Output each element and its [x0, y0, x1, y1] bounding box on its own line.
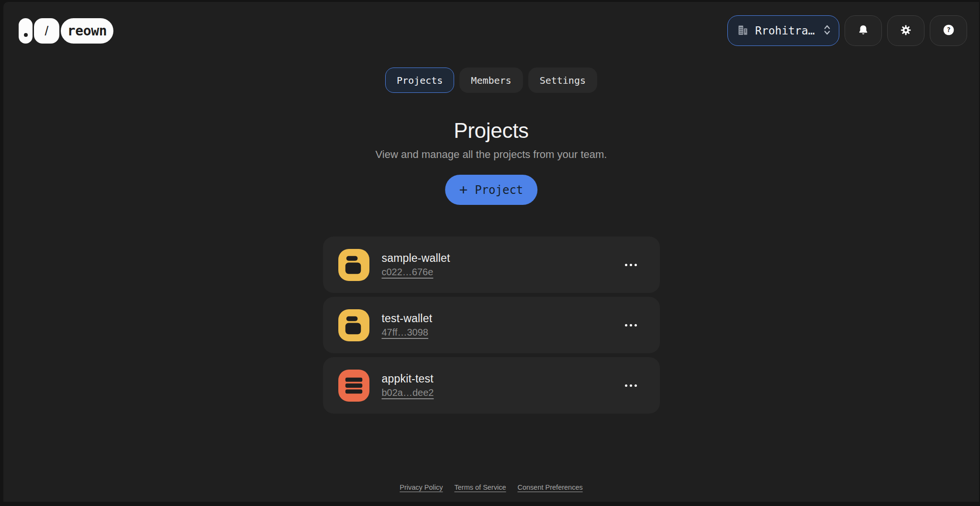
project-name: test-wallet	[382, 312, 433, 325]
tab-members[interactable]: Members	[459, 67, 523, 93]
ellipsis-icon	[625, 264, 627, 266]
org-name: Rrohitra…	[755, 24, 816, 37]
project-id-link[interactable]: 47ff…3098	[382, 327, 429, 338]
org-selector[interactable]: Rrohitra…	[727, 15, 839, 46]
svg-text:?: ?	[947, 26, 950, 34]
stack-icon	[338, 370, 369, 402]
ellipsis-icon	[625, 384, 627, 387]
new-project-label: Project	[475, 183, 523, 197]
help-icon: ?	[942, 23, 955, 38]
wallet-icon	[338, 309, 369, 341]
new-project-button[interactable]: + Project	[445, 175, 538, 205]
project-card[interactable]: appkit-test b02a…dee2	[323, 357, 660, 414]
project-id-link[interactable]: b02a…dee2	[382, 387, 434, 398]
chevron-updown-icon	[822, 23, 832, 38]
notifications-button[interactable]	[845, 15, 882, 46]
logo[interactable]: / reown	[19, 18, 113, 44]
building-icon	[736, 23, 749, 38]
project-menu-button[interactable]	[621, 381, 641, 391]
ellipsis-icon	[625, 324, 627, 326]
project-card[interactable]: test-wallet 47ff…3098	[323, 297, 660, 353]
project-list: sample-wallet c022…676e	[323, 236, 660, 414]
tab-settings[interactable]: Settings	[528, 67, 597, 93]
plus-icon: +	[459, 181, 468, 198]
terms-of-service-link[interactable]: Terms of Service	[455, 484, 506, 491]
project-id-link[interactable]: c022…676e	[382, 267, 434, 278]
bell-icon	[857, 24, 869, 38]
window-frame: / reown	[0, 0, 980, 506]
dot-icon	[24, 33, 28, 37]
page-title: Projects	[3, 119, 979, 143]
team-tabs: Projects Members Settings	[3, 67, 979, 93]
consent-preferences-link[interactable]: Consent Preferences	[518, 484, 583, 491]
project-menu-button[interactable]	[621, 260, 641, 270]
page-subtitle: View and manage all the projects from yo…	[3, 148, 979, 161]
header-controls: Rrohitra…	[727, 15, 967, 46]
project-menu-button[interactable]	[621, 320, 641, 330]
privacy-policy-link[interactable]: Privacy Policy	[400, 484, 443, 491]
wallet-icon	[338, 249, 369, 281]
logo-brand-badge: reown	[61, 18, 113, 44]
settings-button[interactable]	[887, 15, 924, 46]
app-background: / reown	[3, 2, 979, 502]
tab-projects[interactable]: Projects	[385, 67, 454, 93]
help-button[interactable]: ?	[930, 15, 967, 46]
gear-icon	[900, 24, 912, 38]
project-name: sample-wallet	[382, 252, 450, 265]
footer: Privacy Policy Terms of Service Consent …	[3, 484, 979, 491]
project-card[interactable]: sample-wallet c022…676e	[323, 236, 660, 293]
project-name: appkit-test	[382, 372, 434, 385]
logo-slash-badge: /	[34, 18, 59, 44]
logo-dot-badge	[19, 18, 33, 44]
